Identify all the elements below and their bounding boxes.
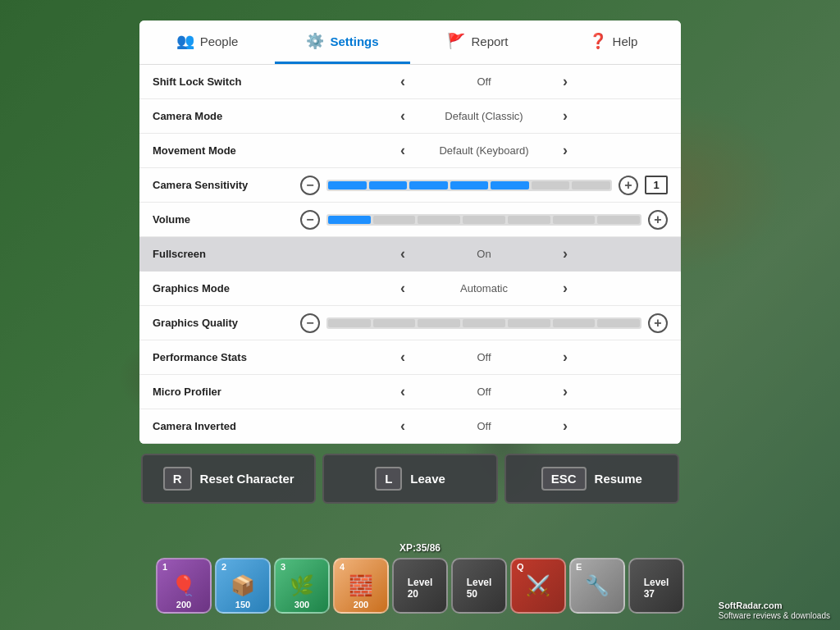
camera-inverted-prev[interactable]: ‹: [394, 416, 412, 436]
vol-seg-6: [553, 216, 596, 224]
tab-settings-label: Settings: [330, 34, 378, 48]
graphics-quality-track: [326, 317, 641, 329]
gq-seg-2: [373, 319, 416, 327]
setting-shift-lock: Shift Lock Switch ‹ Off ›: [139, 65, 681, 99]
vol-seg-3: [418, 216, 460, 224]
tab-settings[interactable]: ⚙️ Settings: [275, 21, 410, 64]
volume-plus[interactable]: +: [648, 210, 668, 230]
inventory-slot-5[interactable]: Level20: [392, 558, 448, 614]
reset-character-button[interactable]: R Reset Character: [141, 454, 316, 504]
camera-mode-next[interactable]: ›: [556, 106, 574, 126]
graphics-quality-control: − +: [300, 313, 668, 333]
gq-seg-7: [597, 319, 640, 327]
slot-8-num: E: [576, 562, 582, 572]
bar-seg-1: [328, 181, 367, 189]
setting-graphics-quality: Graphics Quality − +: [139, 306, 681, 340]
tab-report[interactable]: 🚩 Report: [410, 21, 546, 64]
camera-inverted-label: Camera Inverted: [153, 420, 300, 432]
micro-profiler-next[interactable]: ›: [556, 381, 574, 402]
softradar-badge: SoftRadar.comSoftware reviews & download…: [719, 600, 830, 620]
leave-key-badge: L: [375, 467, 402, 491]
bar-seg-5: [491, 181, 529, 189]
shift-lock-value: Off: [418, 75, 550, 88]
report-icon: 🚩: [447, 32, 465, 50]
camera-sensitivity-minus[interactable]: −: [300, 176, 320, 195]
slot-2-count: 150: [217, 600, 269, 609]
vol-seg-2: [373, 216, 416, 224]
graphics-quality-minus[interactable]: −: [300, 313, 320, 333]
camera-sensitivity-label: Camera Sensitivity: [153, 179, 300, 191]
graphics-mode-prev[interactable]: ‹: [394, 278, 412, 299]
camera-inverted-next[interactable]: ›: [556, 416, 574, 436]
settings-body: Shift Lock Switch ‹ Off › Camera Mode ‹ …: [139, 65, 681, 444]
volume-control: − +: [300, 210, 668, 230]
graphics-mode-label: Graphics Mode: [153, 282, 300, 294]
gq-seg-5: [508, 319, 550, 327]
inventory-slot-1[interactable]: 1 🎈 200: [156, 558, 212, 614]
camera-sensitivity-track: [326, 180, 612, 191]
settings-panel: 👥 People ⚙️ Settings 🚩 Report ❓ Help Shi…: [139, 21, 681, 504]
movement-mode-control: ‹ Default (Keyboard) ›: [300, 140, 668, 161]
graphics-mode-next[interactable]: ›: [556, 278, 574, 299]
people-icon: 👥: [176, 32, 194, 50]
shift-lock-next[interactable]: ›: [556, 71, 574, 92]
graphics-mode-control: ‹ Automatic ›: [300, 278, 668, 299]
slot-1-icon: 🎈: [171, 574, 196, 597]
inventory-slot-6[interactable]: Level50: [451, 558, 507, 614]
gq-seg-4: [463, 319, 505, 327]
graphics-quality-plus[interactable]: +: [648, 313, 668, 333]
tab-help[interactable]: ❓ Help: [546, 21, 681, 64]
setting-graphics-mode: Graphics Mode ‹ Automatic ›: [139, 272, 681, 306]
camera-inverted-control: ‹ Off ›: [300, 416, 668, 436]
slot-4-icon: 🧱: [349, 574, 373, 597]
bar-seg-6: [532, 181, 570, 189]
volume-minus[interactable]: −: [300, 210, 320, 230]
graphics-mode-value: Automatic: [418, 282, 550, 294]
inventory-bar: 1 🎈 200 2 📦 150 3 🌿 300 4 🧱 200 Level20 …: [0, 558, 840, 614]
camera-sensitivity-control: − + 1: [300, 176, 668, 195]
fullscreen-label: Fullscreen: [153, 248, 300, 260]
leave-button-label: Leave: [410, 472, 445, 486]
fullscreen-value: On: [418, 248, 550, 260]
slot-1-count: 200: [158, 600, 210, 609]
slot-7-num: Q: [517, 562, 524, 572]
help-icon: ❓: [589, 32, 607, 50]
inventory-slot-8[interactable]: E 🔧: [569, 558, 625, 614]
bottom-action-bar: R Reset Character L Leave ESC Resume: [139, 454, 681, 504]
slot-3-count: 300: [276, 600, 328, 609]
inventory-slot-4[interactable]: 4 🧱 200: [333, 558, 389, 614]
inventory-slot-2[interactable]: 2 📦 150: [215, 558, 271, 614]
vol-seg-4: [463, 216, 505, 224]
slot-8-icon: 🔧: [585, 574, 609, 597]
movement-mode-value: Default (Keyboard): [418, 144, 550, 157]
fullscreen-prev[interactable]: ‹: [394, 244, 412, 264]
performance-stats-value: Off: [418, 351, 550, 363]
tab-bar: 👥 People ⚙️ Settings 🚩 Report ❓ Help: [139, 21, 681, 65]
slot-7-icon: ⚔️: [526, 574, 550, 597]
leave-button[interactable]: L Leave: [322, 454, 497, 504]
micro-profiler-prev[interactable]: ‹: [394, 381, 412, 402]
performance-stats-next[interactable]: ›: [556, 347, 574, 368]
tab-people[interactable]: 👥 People: [139, 21, 275, 64]
shift-lock-control: ‹ Off ›: [300, 71, 668, 92]
slot-3-icon: 🌿: [290, 574, 314, 597]
shift-lock-prev[interactable]: ‹: [394, 71, 412, 92]
inventory-slot-9[interactable]: Level37: [628, 558, 684, 614]
softradar-text: SoftRadar.comSoftware reviews & download…: [719, 600, 830, 620]
volume-track: [326, 214, 641, 226]
gq-seg-3: [418, 319, 460, 327]
inventory-slot-3[interactable]: 3 🌿 300: [274, 558, 330, 614]
fullscreen-next[interactable]: ›: [556, 244, 574, 264]
camera-mode-prev[interactable]: ‹: [394, 106, 412, 126]
movement-mode-next[interactable]: ›: [556, 140, 574, 161]
movement-mode-prev[interactable]: ‹: [394, 140, 412, 161]
resume-button-label: Resume: [595, 472, 642, 486]
vol-seg-7: [597, 216, 640, 224]
camera-inverted-value: Off: [418, 420, 550, 432]
camera-sensitivity-plus[interactable]: +: [619, 176, 638, 195]
tab-help-label: Help: [613, 34, 638, 48]
inventory-slot-7[interactable]: Q ⚔️: [510, 558, 566, 614]
camera-mode-value: Default (Classic): [418, 110, 550, 122]
performance-stats-prev[interactable]: ‹: [394, 347, 412, 368]
resume-button[interactable]: ESC Resume: [504, 454, 679, 504]
